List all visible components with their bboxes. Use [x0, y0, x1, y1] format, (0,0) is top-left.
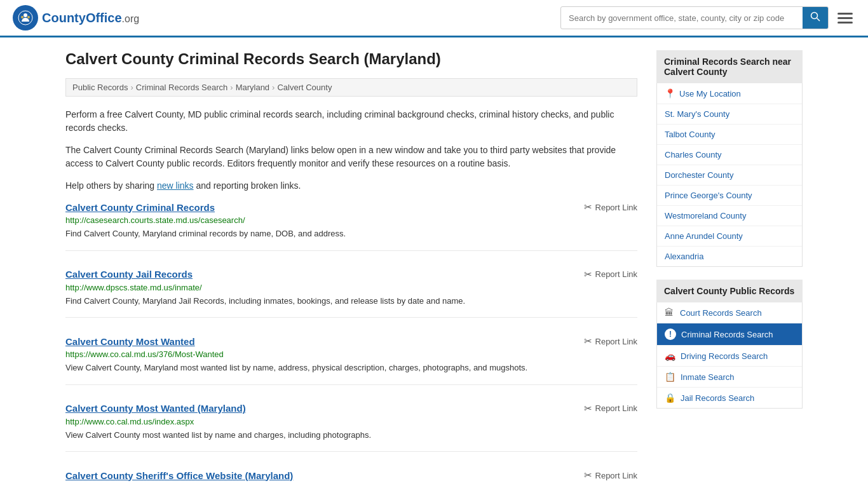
- court-icon: 🏛: [665, 308, 675, 318]
- record-desc-most-wanted-md: View Calvert County most wanted list by …: [65, 429, 637, 442]
- svg-point-2: [21, 16, 24, 18]
- record-item: Calvert County Criminal Records ✂ Report…: [65, 201, 637, 251]
- public-records-link-4[interactable]: 🔒Jail Records Search: [657, 388, 802, 408]
- public-records-link-2[interactable]: 🚗Driving Records Search: [657, 346, 802, 367]
- nearby-county-link[interactable]: Prince George's County: [657, 186, 802, 206]
- logo-icon: [13, 5, 38, 30]
- logo-text: CountyOffice.org: [42, 11, 139, 25]
- nearby-county-link[interactable]: St. Mary's County: [657, 104, 802, 125]
- breadcrumb-calvert-county: Calvert County: [277, 83, 332, 92]
- public-records-link-label: Jail Records Search: [681, 393, 754, 403]
- record-url-most-wanted[interactable]: https://www.co.cal.md.us/376/Most-Wanted: [65, 349, 637, 359]
- report-link-sheriffs-office[interactable]: ✂ Report Link: [584, 470, 637, 481]
- nearby-county-link[interactable]: Talbot County: [657, 125, 802, 145]
- svg-line-5: [817, 18, 820, 22]
- record-title-sheriffs-office[interactable]: Calvert County Sheriff's Office Website …: [65, 470, 293, 481]
- record-desc-criminal-records: Find Calvert County, Maryland criminal r…: [65, 227, 637, 240]
- nearby-section: Criminal Records Search near Calvert Cou…: [656, 50, 803, 267]
- svg-point-4: [811, 13, 818, 19]
- search-input[interactable]: [561, 9, 803, 27]
- record-url-most-wanted-md[interactable]: http://www.co.cal.md.us/index.aspx: [65, 417, 637, 426]
- public-records-section: Calvert County Public Records 🏛Court Rec…: [656, 280, 803, 409]
- header-right: [560, 6, 855, 29]
- record-title-criminal-records[interactable]: Calvert County Criminal Records: [65, 202, 215, 213]
- record-item: Calvert County Most Wanted (Maryland) ✂ …: [65, 403, 637, 452]
- public-records-link-1[interactable]: !Criminal Records Search: [657, 323, 802, 346]
- main-container: Calvert County Criminal Records Search (…: [53, 37, 815, 488]
- public-records-link-3[interactable]: 📋Inmate Search: [657, 367, 802, 388]
- nearby-county-link[interactable]: Westmoreland County: [657, 206, 802, 226]
- scissors-icon: ✂: [584, 470, 592, 481]
- public-records-link-0[interactable]: 🏛Court Records Search: [657, 302, 802, 323]
- breadcrumb: Public Records › Criminal Records Search…: [65, 78, 637, 97]
- jail-icon: 🔒: [665, 393, 675, 403]
- scissors-icon: ✂: [584, 403, 592, 414]
- desc-para-3: Help others by sharing new links and rep…: [65, 179, 637, 193]
- nearby-county-link[interactable]: Alexandria: [657, 247, 802, 266]
- record-item: Calvert County Jail Records ✂ Report Lin…: [65, 269, 637, 318]
- content-area: Calvert County Criminal Records Search (…: [65, 50, 637, 488]
- driving-icon: 🚗: [665, 351, 675, 361]
- record-header: Calvert County Sheriff's Office Website …: [65, 470, 637, 481]
- record-title-most-wanted-md[interactable]: Calvert County Most Wanted (Maryland): [65, 403, 246, 414]
- report-link-jail-records[interactable]: ✂ Report Link: [584, 269, 637, 280]
- scissors-icon: ✂: [584, 201, 592, 213]
- criminal-icon: !: [665, 329, 676, 340]
- record-desc-jail-records: Find Calvert County, Maryland Jail Recor…: [65, 295, 637, 308]
- sidebar: Criminal Records Search near Calvert Cou…: [656, 50, 803, 488]
- record-title-most-wanted[interactable]: Calvert County Most Wanted: [65, 336, 195, 347]
- public-records-heading: Calvert County Public Records: [656, 280, 803, 302]
- use-location[interactable]: 📍 Use My Location: [657, 83, 802, 104]
- record-title-jail-records[interactable]: Calvert County Jail Records: [65, 269, 193, 280]
- hamburger-menu[interactable]: [835, 10, 855, 26]
- scissors-icon: ✂: [584, 336, 592, 347]
- nearby-county-link[interactable]: Dorchester County: [657, 165, 802, 186]
- public-records-link-label: Criminal Records Search: [681, 330, 773, 339]
- nearby-county-link[interactable]: Anne Arundel County: [657, 226, 802, 247]
- breadcrumb-public-records[interactable]: Public Records: [72, 83, 128, 92]
- new-links-link[interactable]: new links: [157, 180, 194, 191]
- public-records-link-label: Inmate Search: [681, 372, 735, 382]
- page-title: Calvert County Criminal Records Search (…: [65, 50, 637, 68]
- desc-para-1: Perform a free Calvert County, MD public…: [65, 108, 637, 135]
- report-link-criminal-records[interactable]: ✂ Report Link: [584, 201, 637, 213]
- desc-para-2: The Calvert County Criminal Records Sear…: [65, 144, 637, 170]
- public-records-links: 🏛Court Records Search!Criminal Records S…: [656, 302, 803, 409]
- breadcrumb-criminal-records-search[interactable]: Criminal Records Search: [136, 83, 228, 92]
- record-header: Calvert County Jail Records ✂ Report Lin…: [65, 269, 637, 280]
- record-item: Calvert County Sheriff's Office Website …: [65, 470, 637, 481]
- record-item: Calvert County Most Wanted ✂ Report Link…: [65, 336, 637, 385]
- record-url-criminal-records[interactable]: http://casesearch.courts.state.md.us/cas…: [65, 215, 637, 225]
- search-bar: [560, 6, 829, 29]
- nearby-heading: Criminal Records Search near Calvert Cou…: [656, 50, 803, 83]
- report-link-most-wanted[interactable]: ✂ Report Link: [584, 336, 637, 347]
- svg-point-3: [27, 16, 30, 18]
- location-icon: 📍: [665, 88, 675, 98]
- logo-area: CountyOffice.org: [13, 5, 139, 30]
- inmate-icon: 📋: [665, 372, 675, 382]
- public-records-link-label: Driving Records Search: [681, 351, 768, 361]
- breadcrumb-maryland[interactable]: Maryland: [236, 83, 269, 92]
- records-container: Calvert County Criminal Records ✂ Report…: [65, 201, 637, 481]
- search-button[interactable]: [803, 7, 828, 29]
- record-header: Calvert County Most Wanted ✂ Report Link: [65, 336, 637, 347]
- public-records-link-label: Court Records Search: [680, 308, 762, 318]
- scissors-icon: ✂: [584, 269, 592, 280]
- record-desc-most-wanted: View Calvert County, Maryland most wante…: [65, 362, 637, 374]
- svg-point-1: [24, 13, 27, 17]
- site-header: CountyOffice.org: [0, 0, 868, 37]
- record-header: Calvert County Most Wanted (Maryland) ✂ …: [65, 403, 637, 414]
- report-link-most-wanted-md[interactable]: ✂ Report Link: [584, 403, 637, 414]
- record-header: Calvert County Criminal Records ✂ Report…: [65, 201, 637, 213]
- record-url-jail-records[interactable]: http://www.dpscs.state.md.us/inmate/: [65, 283, 637, 292]
- nearby-county-link[interactable]: Charles County: [657, 145, 802, 165]
- nearby-links: 📍 Use My Location St. Mary's CountyTalbo…: [656, 83, 803, 267]
